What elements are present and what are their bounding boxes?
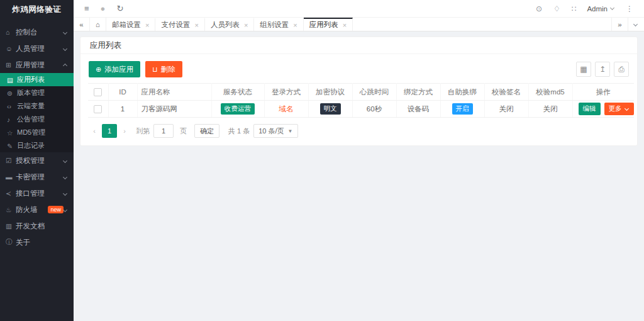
card-icon: ▬ [6,173,16,181]
total-count: 共 1 条 [228,127,250,136]
notice-icon[interactable]: ⊙ [536,5,542,13]
sidebar-item-console[interactable]: ⌂ 控制台 [0,24,74,40]
firewall-icon: ♨ [6,206,16,213]
admin-dropdown[interactable]: Admin [587,5,615,13]
edit-button[interactable]: 编辑 [579,103,601,115]
version-icon: ⊚ [7,89,17,97]
sidebar-item-docs[interactable]: ▥ 开发文档 [0,218,74,234]
user-icon: ☺ [6,45,16,52]
chevron-down-icon [63,207,67,211]
chevron-down-icon [63,46,67,50]
list-icon: ▤ [7,76,17,84]
table-toolbar: ⊕ 添加应用 ⊔ 删除 ▦ ↥ ⎙ [89,61,629,77]
export-icon[interactable]: ↥ [595,62,610,77]
confirm-page-button[interactable]: 确定 [194,124,219,138]
cell-app-name: 刀客源码网 [137,101,211,118]
book-icon: ▥ [6,222,16,230]
share-icon: ≺ [6,189,16,197]
admin-username: Admin [587,5,608,13]
print-icon[interactable]: ⎙ [614,62,629,77]
col-heartbeat: 心跳时间 [352,84,396,101]
delete-button[interactable]: ⊔ 删除 [145,61,182,77]
col-app-name: 应用名称 [137,84,211,101]
info-icon: ⓘ [6,238,16,247]
table-row: 1 刀客源码网 收费运营 域名 明文 60秒 设备码 开启 关闭 关闭 yk88… [88,101,634,118]
col-encrypt-protocol: 加密协议 [308,84,352,101]
sidebar-item-about[interactable]: ⓘ 关于 [0,234,74,251]
filter-columns-icon[interactable]: ▦ [576,62,591,77]
goto-suffix: 页 [180,127,187,136]
close-icon[interactable]: × [244,21,248,29]
apps-icon: ⊞ [6,61,16,69]
prev-page-icon[interactable]: ‹ [88,124,101,138]
sidebar-item-logs[interactable]: ✎ 日志记录 [0,139,74,152]
close-icon[interactable]: × [145,21,149,29]
shield-icon: ☑ [6,157,16,164]
tab-group-settings[interactable]: 组别设置 × [254,18,303,31]
chevron-down-icon [633,22,638,26]
sidebar-item-api[interactable]: ≺ 接口管理 [0,185,74,201]
add-app-button[interactable]: ⊕ 添加应用 [89,61,140,77]
tab-bar: « ⌂ 邮箱设置 × 支付设置 × 人员列表 × 组别设置 × 应用列表 × » [74,18,644,31]
card-title: 应用列表 [80,37,637,54]
cell-verify-md5: 关闭 [528,101,572,118]
cell-login-method: 域名 [279,105,294,113]
sidebar-menu: ⌂ 控制台 ☺ 人员管理 ⊞ 应用管理 ▤ 应用列表 ⊚ 版本管理 ‹› [0,19,74,251]
sidebar-item-firewall[interactable]: ♨ 防火墙 new [0,201,74,218]
home-tab-icon[interactable]: ⌂ [90,18,106,31]
header-right: ⊙ ♢ ∷ Admin ⋮ [530,5,639,13]
fullscreen-icon[interactable]: ∷ [572,5,577,13]
cell-verify-sign: 关闭 [484,101,528,118]
row-checkbox[interactable] [94,105,102,113]
collapse-menu-icon[interactable]: ≡ [84,4,89,13]
close-icon[interactable]: × [343,21,347,29]
chevron-down-icon [63,30,67,34]
goto-page-input[interactable] [153,124,174,138]
col-verify-sign: 校验签名 [484,84,528,101]
sidebar: 炸鸡网络验证 ⌂ 控制台 ☺ 人员管理 ⊞ 应用管理 ▤ 应用列表 ⊚ 版本管理 [0,0,74,321]
tab-options-icon[interactable] [628,18,644,31]
chevron-down-icon [63,174,67,179]
sidebar-item-cloud-vars[interactable]: ‹› 云端变量 [0,99,74,113]
sidebar-item-md5[interactable]: ☆ MD5管理 [0,126,74,139]
sidebar-item-announcement[interactable]: ♪ 公告管理 [0,113,74,126]
close-icon[interactable]: × [293,21,297,29]
service-status-badge: 收费运营 [221,103,255,114]
cell-id: 1 [108,101,137,118]
home-icon: ⌂ [6,28,16,36]
select-all-checkbox[interactable] [94,88,102,96]
pagination: ‹ 1 › 到第 页 确定 共 1 条 10 条/页 ▼ [88,124,630,138]
tab-user-list[interactable]: 人员列表 × [205,18,254,31]
sidebar-item-users[interactable]: ☺ 人员管理 [0,40,74,57]
sidebar-item-authorization[interactable]: ☑ 授权管理 [0,152,74,169]
theme-dot-icon[interactable]: ● [101,4,106,13]
more-vertical-icon[interactable]: ⋮ [626,5,633,13]
chevron-down-icon [63,158,67,162]
close-icon[interactable]: × [194,21,198,29]
sidebar-item-app-list[interactable]: ▤ 应用列表 [0,73,74,86]
tab-payment-settings[interactable]: 支付设置 × [155,18,204,31]
caret-down-icon: ▼ [288,128,293,134]
more-button[interactable]: 更多 [604,103,634,115]
table-header-row: ID 应用名称 服务状态 登录方式 加密协议 心跳时间 绑定方式 自助换绑 校验… [88,84,634,101]
code-icon: ‹› [7,103,17,110]
scroll-tabs-left-icon[interactable]: « [74,18,90,31]
scroll-tabs-right-icon[interactable]: » [611,18,628,31]
col-login-method: 登录方式 [264,84,308,101]
encrypt-protocol-badge: 明文 [320,103,341,114]
next-page-icon[interactable]: › [118,124,131,138]
page-size-select[interactable]: 10 条/页 ▼ [253,124,297,138]
self-rebind-badge: 开启 [452,103,473,114]
tab-spacer [353,18,611,31]
refresh-icon[interactable]: ↻ [116,4,123,13]
tab-email-settings[interactable]: 邮箱设置 × [106,18,155,31]
sidebar-item-cardkeys[interactable]: ▬ 卡密管理 [0,169,74,185]
tab-app-list[interactable]: 应用列表 × [304,18,353,31]
chevron-down-icon [63,191,67,195]
cell-heartbeat: 60秒 [352,101,396,118]
sidebar-item-apps[interactable]: ⊞ 应用管理 [0,57,74,73]
sidebar-item-version[interactable]: ⊚ 版本管理 [0,86,74,99]
page-number[interactable]: 1 [102,124,117,138]
tag-icon[interactable]: ♢ [553,5,560,13]
card-body: ⊕ 添加应用 ⊔ 删除 ▦ ↥ ⎙ [80,54,637,145]
